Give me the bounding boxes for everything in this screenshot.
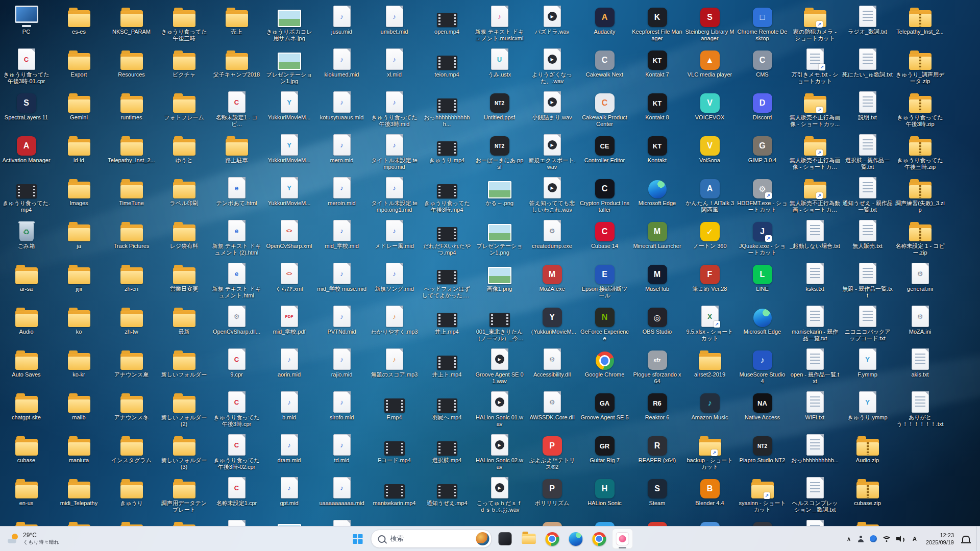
desktop-icon[interactable]: ♪jusu.mid xyxy=(315,1,368,44)
desktop-icon[interactable]: 名称未設定 1 - コピー.zip xyxy=(894,215,946,258)
desktop-icon[interactable]: 画像1.png xyxy=(473,258,526,301)
file-explorer-button[interactable] xyxy=(519,529,539,549)
desktop-icon[interactable]: ⚙createdump.exe xyxy=(526,215,578,258)
desktop-icon[interactable]: ▲VLC media player xyxy=(683,44,736,87)
desktop-icon[interactable]: きゅうり xyxy=(105,472,158,515)
desktop-icon[interactable]: 選択肢.mp4 xyxy=(421,430,473,472)
desktop-icon[interactable]: ヘッドフォンはずしててよかった.mp4 xyxy=(421,258,473,301)
desktop-icon[interactable]: open - 親作品一覧.txt xyxy=(789,344,841,387)
volume-button[interactable] xyxy=(894,530,908,548)
desktop-icon[interactable]: es-es xyxy=(53,1,105,44)
desktop-icon[interactable]: ラジオ_歌詞.txt xyxy=(841,1,894,44)
desktop-icon[interactable]: PC xyxy=(0,1,53,44)
desktop-icon[interactable]: manisekarin.mp4 xyxy=(368,472,421,515)
desktop-icon[interactable]: 通知うぜえ - 親作品一覧.txt xyxy=(841,172,894,215)
desktop-icon[interactable]: <>OpenCvSharp.xml xyxy=(263,215,315,258)
desktop-icon[interactable]: C名称未設定1 - コピ... xyxy=(210,87,263,130)
ime-indicator[interactable]: A xyxy=(908,530,922,548)
desktop-icon[interactable]: 調声用データテンプレート xyxy=(158,472,210,515)
desktop-icon[interactable]: jijii xyxy=(53,258,105,301)
desktop-icon[interactable] xyxy=(841,515,894,527)
desktop-icon[interactable]: ヘルスコンプレッション＿歌詞.txt xyxy=(789,472,841,515)
desktop-icon[interactable]: zh-cn xyxy=(105,258,158,301)
desktop-icon[interactable]: アナウンス冬 xyxy=(105,387,158,430)
desktop-icon[interactable]: 父子キャンプ2018 xyxy=(210,44,263,87)
desktop-icon[interactable]: KTKontakt 8 xyxy=(631,87,683,130)
desktop-icon[interactable]: ♪kiokumed.mid xyxy=(315,44,368,87)
desktop-icon[interactable]: ↗家の防犯カメラ - ショートカット xyxy=(789,1,841,44)
desktop-icon[interactable]: NT2Piapro Studio NT2 xyxy=(736,430,789,472)
desktop-icon[interactable]: 新しいフォルダー (3) xyxy=(158,430,210,472)
network-button[interactable] xyxy=(879,530,894,548)
desktop-icon[interactable]: NT2Untitled.ppsf xyxy=(473,87,526,130)
desktop-icon[interactable]: GRGuitar Rig 7 xyxy=(578,430,631,472)
desktop-icon[interactable]: ♪aorin.mid xyxy=(263,344,315,387)
search-highlight-image[interactable] xyxy=(476,532,489,545)
desktop-icon[interactable]: e新規 テキスト ドキュメント (2).html xyxy=(210,215,263,258)
desktop-icon[interactable]: ⚙AWSSDK.Core.dll xyxy=(526,387,578,430)
desktop-icon[interactable]: KKeepforest File Manager xyxy=(631,1,683,44)
desktop-icon[interactable]: ⚙MoZA.ini xyxy=(894,301,946,344)
desktop-icon[interactable]: CCakewalk Product Center xyxy=(578,87,631,130)
desktop-icon[interactable]: HHALion Sonic xyxy=(578,472,631,515)
desktop-icon[interactable]: ♪gpt.mid xyxy=(263,472,315,515)
desktop-icon[interactable]: ラベル印刷 xyxy=(158,172,210,215)
chrome-2-button[interactable] xyxy=(589,529,609,549)
desktop-icon[interactable]: manisekarin - 親作品一覧.txt xyxy=(789,301,841,344)
desktop-icon[interactable]: zh-tw xyxy=(105,301,158,344)
desktop-icon[interactable]: ♪mero.mid xyxy=(315,130,368,172)
desktop-icon[interactable] xyxy=(368,515,421,527)
active-app-button[interactable] xyxy=(612,529,633,549)
notification-button[interactable] xyxy=(958,530,976,548)
desktop-icon[interactable]: ▶パズドラ.wav xyxy=(526,1,578,44)
desktop-icon[interactable]: 井上.mp4 xyxy=(421,301,473,344)
desktop-icon[interactable]: かる～.png xyxy=(473,172,526,215)
desktop-icon[interactable]: Cきゅうり食ってた午後3時.cpr xyxy=(210,387,263,430)
desktop-icon[interactable]: 路上駐車 xyxy=(210,130,263,172)
desktop-icon[interactable]: SSpectraLayers 11 xyxy=(0,87,53,130)
desktop-icon[interactable]: CCakewalk Next xyxy=(578,44,631,87)
desktop-icon[interactable]: ⚙general.ini xyxy=(894,258,946,301)
desktop-icon[interactable]: runtimes xyxy=(105,87,158,130)
desktop-icon[interactable]: e新規 テキスト ドキュメント.html xyxy=(210,258,263,301)
desktop-icon[interactable]: teion.mp4 xyxy=(421,44,473,87)
desktop-icon[interactable]: MMoZA.exe xyxy=(526,258,578,301)
desktop-icon[interactable]: ▶答え知ってても悲しいわこれ.wav xyxy=(526,172,578,215)
desktop-icon[interactable]: CCubase 14 xyxy=(578,215,631,258)
desktop-icon[interactable]: ♪xl.mid xyxy=(368,44,421,87)
desktop-icon[interactable]: Microsoft Edge xyxy=(631,172,683,215)
desktop-icon[interactable]: ▶よりうざくなった。.wav xyxy=(526,44,578,87)
desktop-icon[interactable]: レジ袋有料 xyxy=(158,215,210,258)
desktop-icon[interactable]: malib xyxy=(53,387,105,430)
tray-user-button[interactable] xyxy=(855,530,867,548)
desktop-icon[interactable]: YYukkuriMovieM... xyxy=(263,130,315,172)
desktop-icon[interactable]: 羽屍へ.mp4 xyxy=(421,387,473,430)
desktop-icon[interactable]: cubase.zip xyxy=(841,472,894,515)
desktop-icon[interactable]: ♪td.mid xyxy=(315,430,368,472)
desktop-icon[interactable]: ♪PVTNd.mid xyxy=(315,301,368,344)
desktop-icon[interactable]: ko xyxy=(53,301,105,344)
desktop-icon[interactable]: きゅうり食ってた午後3時.zip xyxy=(894,87,946,130)
desktop-icon[interactable]: cubase xyxy=(0,430,53,472)
desktop-icon[interactable]: 調声練習(失敗)_3.zip xyxy=(894,172,946,215)
desktop-icon[interactable]: chatgpt-site xyxy=(0,387,53,430)
desktop-icon[interactable]: NANative Access xyxy=(736,387,789,430)
desktop-icon[interactable]: GAGroove Agent SE 5 xyxy=(578,387,631,430)
desktop-icon[interactable]: ♪uaaaaaaaaaa.mid xyxy=(315,472,368,515)
desktop-icon[interactable]: ♪Amazon Music xyxy=(683,387,736,430)
clock[interactable]: 12:23 2025/09/19 xyxy=(922,532,958,546)
desktop-icon[interactable]: インスタグラム xyxy=(105,430,158,472)
desktop-icon[interactable]: 選択肢 - 親作品一覧.txt xyxy=(841,130,894,172)
desktop-icon[interactable]: ♪mid_学校 muse.mid xyxy=(315,258,368,301)
desktop-icon[interactable]: きゅうり食ってた午後三時 xyxy=(158,1,210,44)
desktop-icon[interactable]: ♪meroin.mid xyxy=(315,172,368,215)
pinned-app-dark-button[interactable] xyxy=(495,529,516,549)
desktop-icon[interactable]: ゆうと xyxy=(158,130,210,172)
desktop-icon[interactable]: J↗JQuake.exe - ショートカット xyxy=(736,215,789,258)
desktop-icon[interactable]: AAudacity xyxy=(578,1,631,44)
desktop-icon[interactable]: ♪rajio.mid xyxy=(315,344,368,387)
desktop-icon[interactable]: ▶小銭詰まり.wav xyxy=(526,87,578,130)
desktop-icon[interactable]: akis.txt xyxy=(894,344,946,387)
desktop-icon[interactable]: ↗万引きメモ.txt - ショートカット xyxy=(789,44,841,87)
desktop-icon[interactable]: 通知うぜえ.mp4 xyxy=(421,472,473,515)
